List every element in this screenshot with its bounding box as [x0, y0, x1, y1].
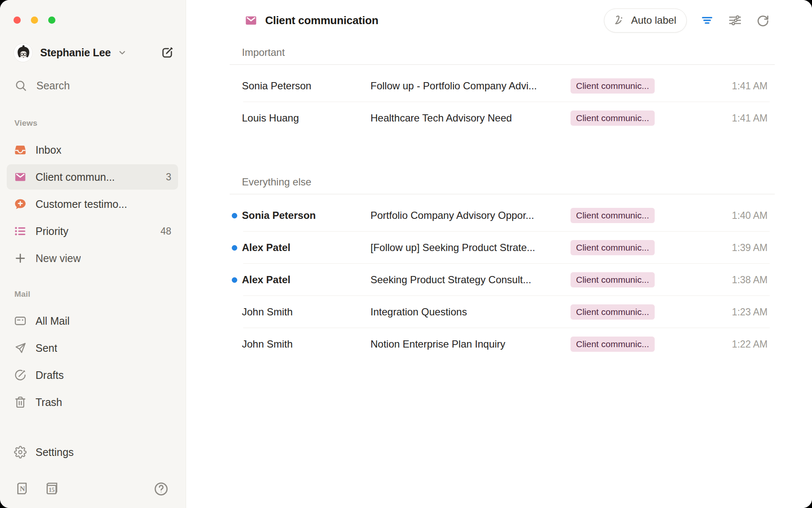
sidebar-item-label: Settings [36, 446, 74, 458]
avatar [14, 43, 33, 62]
section-title-everything-else: Everything else [230, 170, 775, 194]
email-time: 1:39 AM [670, 242, 775, 254]
email-time: 1:38 AM [670, 274, 775, 286]
sidebar-item-label: Client commun... [36, 171, 115, 183]
email-subject: Seeking Product Strategy Consult... [370, 274, 571, 286]
sidebar-item-client-communication[interactable]: Client commun... 3 [7, 164, 178, 190]
email-sender: Louis Huang [230, 112, 370, 124]
profile-row[interactable]: Stephanie Lee [0, 42, 186, 63]
sidebar-item-label: Sent [36, 342, 57, 354]
email-row[interactable]: Sonia Peterson Portfolio Company Advisor… [230, 199, 775, 232]
refresh-icon[interactable] [755, 13, 771, 28]
calendar-icon[interactable]: 15 [44, 481, 59, 497]
email-time: 1:41 AM [670, 80, 775, 92]
help-icon[interactable] [154, 481, 169, 497]
auto-label-button[interactable]: Auto label [604, 8, 687, 33]
email-label-badge: Client communic... [571, 304, 670, 320]
email-subject: Follow up - Portfolio Company Advi... [370, 80, 571, 92]
drafts-icon [14, 369, 27, 381]
email-label-badge: Client communic... [571, 272, 670, 287]
email-sender: Alex Patel [230, 274, 370, 286]
unread-dot [232, 245, 237, 251]
unread-dot [232, 213, 237, 218]
email-label-badge: Client communic... [571, 337, 670, 352]
label-envelope-icon [244, 14, 258, 27]
email-time: 1:22 AM [670, 339, 775, 350]
send-icon [14, 342, 27, 354]
email-subject: Healthcare Tech Advisory Need [370, 112, 571, 124]
sidebar-item-label: All Mail [36, 315, 70, 327]
email-row[interactable]: John Smith Notion Enterprise Plan Inquir… [230, 328, 775, 360]
email-list: Important Sonia Peterson Follow up - Por… [230, 41, 775, 360]
sidebar-item-new-view[interactable]: New view [7, 246, 178, 271]
sidebar-item-label: New view [36, 252, 81, 265]
chat-plus-icon [14, 198, 27, 210]
mail-section-label: Mail [14, 290, 186, 300]
svg-text:N: N [20, 485, 25, 493]
search-row[interactable]: Search [0, 75, 186, 96]
sidebar-item-drafts[interactable]: Drafts [7, 362, 178, 388]
profile-name: Stephanie Lee [40, 47, 111, 59]
minimize-window-button[interactable] [31, 17, 38, 24]
main-content: Client communication Auto label [186, 0, 812, 508]
section-title-important: Important [230, 41, 775, 65]
notion-logo-icon[interactable]: N [14, 481, 30, 497]
email-time: 1:40 AM [670, 210, 775, 221]
app-window: Stephanie Lee Search Views [0, 0, 812, 508]
email-sender: Alex Patel [230, 242, 370, 254]
email-row[interactable]: Sonia Peterson Follow up - Portfolio Com… [230, 70, 775, 102]
sidebar-item-label: Customer testimo... [36, 198, 127, 210]
sidebar-item-all-mail[interactable]: All Mail [7, 308, 178, 334]
sidebar-item-trash[interactable]: Trash [7, 389, 178, 415]
email-subject: Integration Questions [370, 306, 571, 318]
email-time: 1:41 AM [670, 113, 775, 124]
email-subject: Portfolio Company Advisory Oppor... [370, 210, 571, 221]
priority-list-icon [14, 225, 27, 237]
chevron-down-icon [117, 47, 128, 58]
email-sender: Sonia Peterson [230, 210, 370, 221]
email-time: 1:23 AM [670, 306, 775, 318]
email-label-badge: Client communic... [571, 208, 670, 223]
sidebar-item-label: Priority [36, 225, 69, 237]
search-label: Search [36, 80, 70, 92]
svg-text:15: 15 [49, 486, 55, 493]
main-header: Client communication Auto label [186, 0, 812, 41]
sidebar-item-label: Drafts [36, 369, 64, 381]
sidebar-item-sent[interactable]: Sent [7, 335, 178, 361]
sidebar-item-label: Inbox [36, 144, 61, 156]
filter-icon[interactable] [700, 13, 715, 28]
all-mail-icon [14, 315, 27, 327]
window-controls [14, 17, 55, 24]
sidebar-item-inbox[interactable]: Inbox [7, 137, 178, 163]
sidebar-item-priority[interactable]: Priority 48 [7, 218, 178, 244]
email-sender: Sonia Peterson [230, 80, 370, 92]
email-row[interactable]: Louis Huang Healthcare Tech Advisory Nee… [230, 102, 775, 134]
page-title: Client communication [265, 14, 379, 27]
search-icon [14, 79, 27, 92]
inbox-icon [14, 144, 27, 156]
sidebar-item-settings[interactable]: Settings [7, 439, 178, 465]
sidebar-item-customer-testimonials[interactable]: Customer testimo... [7, 191, 178, 217]
email-row[interactable]: Alex Patel [Follow up] Seeking Product S… [230, 232, 775, 264]
email-row[interactable]: John Smith Integration Questions Client … [230, 296, 775, 328]
views-section-label: Views [14, 119, 186, 129]
compose-icon[interactable] [160, 45, 175, 60]
zoom-window-button[interactable] [48, 17, 55, 24]
gear-icon [14, 446, 27, 458]
email-label-badge: Client communic... [571, 78, 670, 94]
email-sender: John Smith [230, 338, 370, 350]
email-subject: Notion Enterprise Plan Inquiry [370, 338, 571, 350]
unread-dot [232, 277, 237, 283]
priority-count: 48 [160, 226, 171, 237]
unread-count: 3 [166, 171, 171, 183]
email-label-badge: Client communic... [571, 110, 670, 126]
sidebar-item-label: Trash [36, 396, 62, 409]
email-label-badge: Client communic... [571, 240, 670, 255]
email-row[interactable]: Alex Patel Seeking Product Strategy Cons… [230, 264, 775, 296]
auto-label-wand-icon [613, 14, 625, 27]
close-window-button[interactable] [14, 17, 21, 24]
email-sender: John Smith [230, 306, 370, 318]
display-options-icon[interactable] [727, 13, 743, 28]
envelope-icon [14, 171, 27, 183]
plus-icon [14, 252, 27, 265]
